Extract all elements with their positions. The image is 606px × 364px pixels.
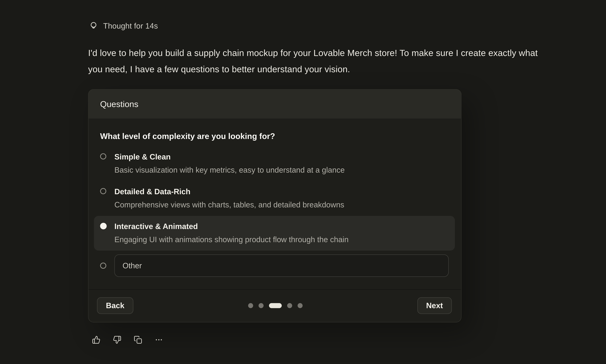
chat-screen: Thought for 14s I'd love to help you bui… [0,0,606,364]
pagination-dot [297,303,302,308]
question-text: What level of complexity are you looking… [100,131,449,142]
assistant-message-text: I'd love to help you build a supply chai… [88,45,538,77]
questions-card-header: Questions [89,90,461,119]
copy-button[interactable] [134,336,142,344]
more-options-button[interactable] [155,336,163,344]
option-label: Detailed & Data-Rich [114,186,449,197]
thinking-summary[interactable]: Thought for 14s [89,21,464,30]
thumbs-down-icon [113,336,121,344]
pagination-dots [248,303,302,308]
thumbs-up-icon [92,336,100,344]
thinking-label: Thought for 14s [103,22,158,30]
thumbs-down-button[interactable] [113,336,121,344]
message-actions [92,336,464,344]
pagination-dot [287,303,292,308]
questions-card-body: What level of complexity are you looking… [89,119,461,289]
questions-card: Questions What level of complexity are y… [88,89,461,323]
options-list: Simple & Clean Basic visualization with … [94,146,455,279]
radio-unselected-icon[interactable] [100,153,106,159]
pagination-dot [248,303,253,308]
copy-icon [134,336,142,344]
questions-card-footer: Back Next [89,289,461,322]
radio-selected-icon[interactable] [100,223,107,229]
pagination-dot [258,303,264,308]
option-interactive-animated[interactable]: Interactive & Animated Engaging UI with … [94,216,455,251]
thumbs-up-button[interactable] [92,336,100,344]
option-description: Engaging UI with animations showing prod… [114,234,449,245]
next-button[interactable]: Next [417,297,452,314]
option-label: Interactive & Animated [114,221,449,232]
option-other[interactable] [94,251,455,279]
other-option-input[interactable] [114,254,449,277]
option-detailed-data-rich[interactable]: Detailed & Data-Rich Comprehensive views… [94,181,455,216]
back-button[interactable]: Back [97,297,133,314]
lightbulb-icon [89,21,98,30]
radio-unselected-icon[interactable] [100,188,106,194]
option-description: Comprehensive views with charts, tables,… [114,199,449,210]
card-title: Questions [100,99,449,109]
option-label: Simple & Clean [114,151,449,162]
radio-unselected-icon[interactable] [100,262,106,269]
assistant-message-block: Thought for 14s I'd love to help you bui… [0,0,464,344]
pagination-dot-active [269,303,282,308]
more-horizontal-icon [155,336,163,344]
option-description: Basic visualization with key metrics, ea… [114,165,449,175]
option-simple-clean[interactable]: Simple & Clean Basic visualization with … [94,146,455,181]
